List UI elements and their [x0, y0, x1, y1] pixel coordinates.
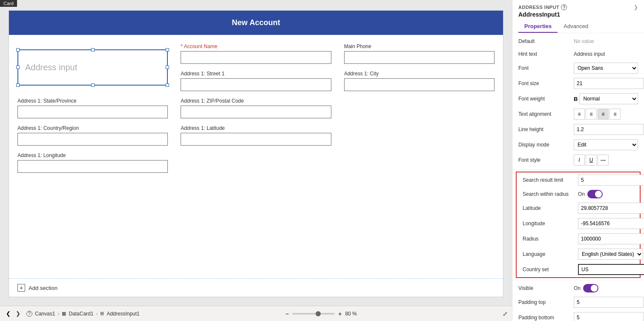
prop-row-visible: Visible On: [512, 282, 644, 295]
prop-label-lineheight: Line height: [518, 126, 574, 132]
prop-label-textalign: Text alignment: [518, 111, 574, 117]
prop-value-hint: Address input: [574, 51, 638, 57]
align-center-btn[interactable]: ≡: [586, 109, 597, 120]
prop-label-visible: Visible: [518, 285, 574, 291]
prop-label-radius: Radius: [523, 236, 578, 242]
datacard-breadcrumb[interactable]: DataCard1: [69, 311, 93, 317]
zoom-out-btn[interactable]: −: [285, 310, 289, 317]
field-state: Address 1: State/Province: [17, 98, 168, 118]
zoom-in-btn[interactable]: +: [338, 310, 342, 317]
prop-row-font: Font Open Sans: [512, 60, 644, 76]
underline-btn[interactable]: U: [586, 155, 597, 166]
field-street1: Address 1: Street 1: [181, 71, 331, 91]
add-section-icon: +: [17, 284, 25, 292]
prop-select-fontweight[interactable]: Normal: [579, 93, 638, 104]
bottom-toolbar: ❮ ❯ ? Canvas1 › ▦ DataCard1 › ⊞ AddressI…: [0, 306, 512, 321]
prop-input-longitude[interactable]: [578, 218, 644, 229]
prop-input-fontsize[interactable]: [574, 78, 644, 89]
tab-advanced[interactable]: Advanced: [558, 20, 594, 33]
field-city: Address 1: City: [344, 71, 494, 91]
prop-input-paddingtop[interactable]: [574, 297, 644, 308]
input-latitude[interactable]: [181, 133, 331, 146]
panel-chevron-right[interactable]: ❯: [634, 4, 638, 10]
prop-select-font[interactable]: Open Sans: [574, 63, 638, 74]
add-section-label: Add section: [29, 285, 58, 291]
strikethrough-btn[interactable]: —: [598, 155, 609, 166]
prop-label-font: Font: [518, 65, 574, 71]
form-header: New Account: [9, 11, 503, 35]
prop-input-countryset[interactable]: [578, 264, 644, 275]
visible-toggle-label: On: [574, 285, 581, 291]
panel-help-icon[interactable]: ?: [561, 4, 567, 10]
field-latitude: Address 1: Latitude: [181, 125, 331, 146]
prop-row-latitude: Latitude: [517, 201, 640, 216]
prop-label-hint: Hint text: [518, 51, 574, 57]
prop-input-paddingbottom[interactable]: [574, 312, 644, 321]
field-label-city: Address 1: City: [344, 71, 494, 77]
input-account-name[interactable]: [181, 51, 331, 64]
prop-label-searchradius: Search within radius: [523, 191, 578, 197]
zoom-slider-track[interactable]: [292, 313, 335, 315]
address-input-control[interactable]: Address input: [17, 43, 168, 91]
input-street1[interactable]: [181, 78, 331, 91]
highlighted-props-section: Search result limit Search within radius…: [516, 172, 641, 278]
prop-label-fontsize: Font size: [518, 80, 574, 86]
input-zip[interactable]: [181, 106, 331, 118]
prop-row-hint: Hint text Address input: [512, 48, 644, 60]
field-longitude: Address 1: Longitude: [17, 152, 168, 173]
prop-row-paddingtop: Padding top: [512, 295, 644, 310]
nav-forward-btn[interactable]: ❯: [14, 310, 22, 318]
prop-input-searchresult[interactable]: [578, 175, 644, 186]
breadcrumb-sep2: ›: [96, 311, 98, 317]
prop-row-paddingbottom: Padding bottom: [512, 310, 644, 321]
prop-input-radius[interactable]: [578, 233, 644, 244]
nav-back-btn[interactable]: ❮: [4, 310, 12, 318]
field-main-phone: Main Phone: [344, 43, 494, 64]
prop-label-default: Default: [518, 38, 574, 44]
divider-1: [512, 169, 644, 170]
address-placeholder-text: Address input: [25, 63, 77, 72]
prop-select-displaymode[interactable]: Edit: [574, 139, 638, 150]
prop-label-fontstyle: Font style: [518, 157, 574, 163]
datacard-icon: ▦: [62, 311, 66, 316]
divider-2: [512, 280, 644, 280]
prop-row-fontstyle: Font style I U —: [512, 152, 644, 168]
field-zip: Address 1: ZIP/Postal Code: [181, 98, 331, 118]
input-longitude[interactable]: [17, 160, 168, 173]
italic-btn[interactable]: I: [574, 155, 585, 166]
field-label-zip: Address 1: ZIP/Postal Code: [181, 98, 331, 104]
align-left-btn[interactable]: ≡: [574, 109, 585, 120]
field-label-longitude: Address 1: Longitude: [17, 152, 168, 158]
prop-input-lineheight[interactable]: [574, 124, 644, 135]
prop-label-language: Language: [523, 251, 578, 257]
align-justify-btn[interactable]: ≡: [610, 109, 621, 120]
field-country: Address 1: Country/Region: [17, 125, 168, 146]
breadcrumb-sep1: ›: [58, 311, 59, 317]
field-label-latitude: Address 1: Latitude: [181, 125, 331, 131]
prop-input-latitude[interactable]: [578, 203, 644, 214]
add-section-bar[interactable]: + Add section: [9, 278, 503, 297]
input-country[interactable]: [17, 133, 168, 146]
help-icon[interactable]: ?: [26, 311, 32, 317]
addressinput-breadcrumb[interactable]: AddressInput1: [106, 311, 139, 317]
expand-icon[interactable]: ⤢: [503, 310, 508, 317]
canvas-breadcrumb[interactable]: Canvas1: [35, 311, 55, 317]
input-state[interactable]: [17, 106, 168, 118]
bold-icon: B: [574, 96, 578, 102]
input-main-phone[interactable]: [344, 51, 494, 64]
search-radius-toggle-label: On: [578, 191, 585, 197]
prop-row-displaymode: Display mode Edit: [512, 137, 644, 152]
panel-type-label: ADDRESS INPUT: [518, 5, 559, 10]
tab-properties[interactable]: Properties: [518, 20, 558, 33]
search-radius-toggle[interactable]: [587, 190, 603, 198]
prop-row-fontsize: Font size: [512, 76, 644, 91]
prop-row-countryset: Country set: [517, 262, 640, 277]
prop-value-default: No value: [574, 38, 638, 44]
prop-select-language[interactable]: English (United States): [578, 249, 643, 260]
visible-toggle[interactable]: [583, 284, 598, 292]
panel-header: ADDRESS INPUT ? ❯ AddressInput1 Properti…: [512, 0, 644, 33]
align-right-btn[interactable]: ≡: [598, 109, 609, 120]
form-body: * Account Name Main Phone: [9, 35, 503, 278]
input-city[interactable]: [344, 78, 494, 91]
prop-row-radius: Radius: [517, 231, 640, 246]
